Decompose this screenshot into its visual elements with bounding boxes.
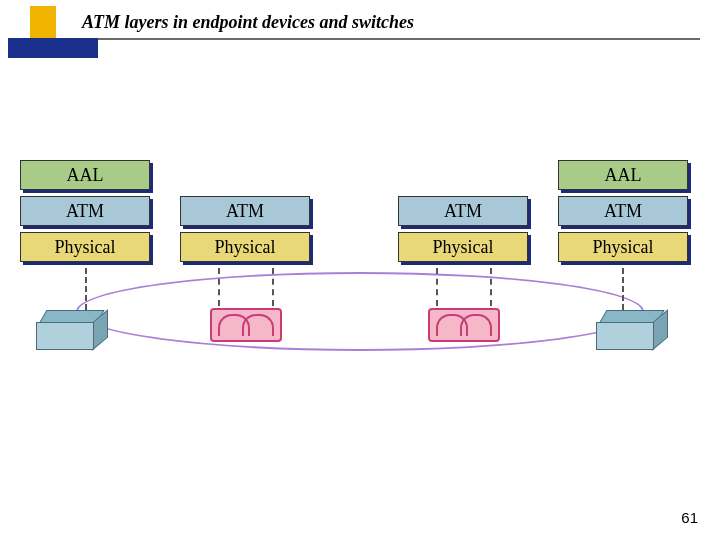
layer-aal: AAL bbox=[558, 160, 688, 190]
network-cloud bbox=[76, 272, 644, 351]
connector bbox=[622, 268, 624, 310]
slide: ATM layers in endpoint devices and switc… bbox=[0, 0, 720, 540]
stack-endpoint-left: AAL ATM Physical bbox=[20, 160, 150, 268]
layer-physical: Physical bbox=[398, 232, 528, 262]
layer-physical: Physical bbox=[20, 232, 150, 262]
connector bbox=[436, 268, 438, 306]
device-switch bbox=[210, 308, 282, 342]
header-divider bbox=[58, 38, 700, 40]
connector bbox=[490, 268, 492, 306]
device-switch bbox=[428, 308, 500, 342]
connector bbox=[85, 268, 87, 310]
stack-switch-1: ATM Physical bbox=[180, 196, 310, 268]
header-accent-small bbox=[30, 22, 56, 38]
layer-atm: ATM bbox=[398, 196, 528, 226]
layer-atm: ATM bbox=[20, 196, 150, 226]
layer-physical: Physical bbox=[558, 232, 688, 262]
stack-endpoint-right: AAL ATM Physical bbox=[558, 160, 688, 268]
page-number: 61 bbox=[681, 509, 698, 526]
connector bbox=[272, 268, 274, 306]
slide-title: ATM layers in endpoint devices and switc… bbox=[82, 12, 414, 33]
stack-switch-2: ATM Physical bbox=[398, 196, 528, 268]
layer-atm: ATM bbox=[558, 196, 688, 226]
connector bbox=[218, 268, 220, 306]
device-endpoint bbox=[36, 310, 104, 354]
layer-aal: AAL bbox=[20, 160, 150, 190]
layer-atm: ATM bbox=[180, 196, 310, 226]
device-endpoint bbox=[596, 310, 664, 354]
diagram: AAL ATM Physical ATM Physical bbox=[0, 160, 720, 390]
header-accent-bar bbox=[8, 38, 98, 58]
layer-physical: Physical bbox=[180, 232, 310, 262]
